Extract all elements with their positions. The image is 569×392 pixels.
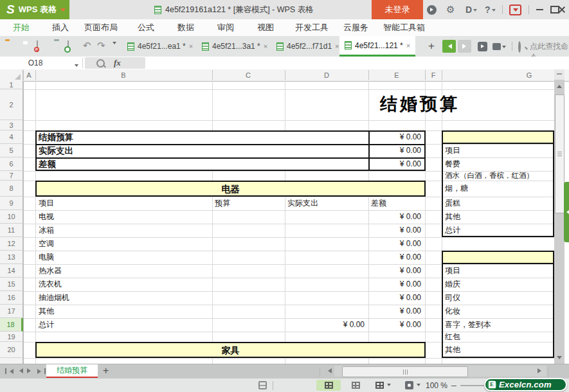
row-header-6[interactable]: 6 [0, 157, 23, 171]
cell-b17[interactable]: 其他 [39, 305, 54, 318]
first-sheet-button[interactable] [5, 368, 14, 374]
next-sheet-button[interactable] [27, 368, 33, 373]
workspace-icon[interactable] [492, 40, 506, 53]
cell-b13[interactable]: 电脑 [39, 251, 54, 264]
doc-tab-4-active[interactable]: 4e5f21...121 *× [339, 36, 415, 57]
row-header-19[interactable]: 19 [0, 332, 23, 342]
cell-b16[interactable]: 抽油烟机 [39, 291, 69, 305]
row-header-7[interactable]: 7 [0, 171, 23, 181]
reading-mode-button[interactable] [400, 380, 426, 391]
cell-g16[interactable]: 司仪 [445, 291, 460, 305]
next-tab-button[interactable] [458, 40, 471, 53]
toolbar-dropdown-icon[interactable] [111, 44, 116, 53]
undo-icon[interactable]: ↶ [83, 40, 91, 51]
cell-g7[interactable]: 酒水（白酒，香槟，红酒） [445, 171, 534, 181]
cell-c9[interactable]: 预算 [215, 197, 230, 210]
cell-b9[interactable]: 项目 [39, 197, 54, 210]
column-header-B[interactable]: B [114, 69, 133, 81]
cell-d9[interactable]: 实际支出 [287, 197, 318, 210]
cell-e17[interactable]: ¥ 0.00 [371, 305, 421, 318]
split-handle[interactable] [557, 73, 562, 75]
cell-e14[interactable]: ¥ 0.00 [371, 264, 421, 278]
cell-g11[interactable]: 总计 [445, 224, 460, 237]
row-header-3[interactable]: 3 [0, 120, 23, 130]
sheet-tab-active[interactable]: 结婚预算 [46, 364, 98, 377]
cell-g6[interactable]: 餐费 [445, 157, 460, 171]
row-header-12[interactable]: 12 [0, 237, 23, 251]
skin-icon[interactable]: D [465, 0, 477, 19]
side-panel-handle[interactable] [564, 182, 569, 242]
new-tab-button[interactable]: + [428, 40, 435, 53]
download-update-icon[interactable] [509, 0, 521, 19]
column-header-E[interactable]: E [387, 69, 406, 81]
banner-appliances[interactable]: 电器 [35, 181, 426, 197]
minimize-button[interactable] [536, 0, 543, 19]
row-header-1[interactable]: 1 [0, 81, 23, 89]
banner-furniture[interactable]: 家具 [35, 342, 426, 358]
row-header-16[interactable]: 16 [0, 291, 23, 305]
close-icon[interactable]: × [335, 42, 339, 50]
page-break-view-button[interactable] [345, 380, 366, 391]
help-icon[interactable]: ? [485, 0, 496, 19]
cell-g5[interactable]: 项目 [445, 144, 460, 157]
name-box[interactable]: O18 [0, 57, 71, 69]
close-icon[interactable]: × [406, 42, 410, 49]
cell-b11[interactable]: 冰箱 [39, 224, 54, 237]
close-icon[interactable]: × [189, 42, 193, 50]
cell-g14[interactable]: 项目 [445, 264, 460, 278]
row-header-10[interactable]: 10 [0, 210, 23, 224]
row-header-18[interactable]: 18 [0, 318, 23, 332]
cell-g18[interactable]: 喜字，签到本 [445, 318, 491, 332]
wps-app-menu[interactable]: S WPS 表格 [0, 0, 69, 19]
vertical-scrollbar[interactable] [554, 69, 564, 364]
cell-e12[interactable]: ¥ 0.00 [371, 237, 421, 251]
redo-icon[interactable]: ↷ [97, 40, 105, 51]
horizontal-scroll-thumb[interactable] [342, 366, 468, 377]
doc-tab-3[interactable]: 4e5f2...f71d1× [271, 36, 345, 57]
menu-home[interactable]: 开始 [13, 19, 30, 36]
cell-e11[interactable]: ¥ 0.00 [371, 224, 421, 237]
row-header-13[interactable]: 13 [0, 251, 23, 264]
cell-e10[interactable]: ¥ 0.00 [371, 210, 421, 224]
row-header-20[interactable]: 20 [0, 342, 23, 358]
cell-g4-banner[interactable] [442, 130, 554, 144]
menu-view[interactable]: 视图 [257, 19, 274, 36]
cell-g10[interactable]: 其他 [445, 210, 460, 224]
insert-function-icon[interactable]: fx [114, 58, 121, 68]
cell-g15[interactable]: 婚庆 [445, 278, 460, 291]
row-header-11[interactable]: 11 [0, 224, 23, 237]
menu-cloud[interactable]: 云服务 [343, 19, 368, 36]
vertical-scroll-thumb[interactable] [555, 94, 564, 213]
cell-g19[interactable]: 红包 [445, 332, 460, 342]
column-header-D[interactable]: D [317, 69, 336, 81]
cell-e16[interactable]: ¥ 0.00 [371, 291, 421, 305]
scroll-up-button[interactable] [554, 80, 564, 90]
cell-b18[interactable]: 总计 [39, 318, 54, 332]
row-header-4[interactable]: 4 [0, 130, 23, 144]
hscroll-left-button[interactable] [325, 368, 332, 373]
row-header-15[interactable]: 15 [0, 278, 23, 291]
hscroll-right-button[interactable] [537, 368, 544, 373]
zoom-out-button[interactable]: – [451, 380, 456, 390]
cell-b6[interactable]: 差额 [39, 157, 56, 171]
row-header-8[interactable]: 8 [0, 181, 23, 197]
cell-g8[interactable]: 烟，糖 [445, 181, 468, 197]
sheet-title-cell[interactable]: 结婚预算 [339, 93, 500, 116]
cell-b14[interactable]: 热水器 [39, 264, 62, 278]
cell-g9[interactable]: 蛋糕 [445, 197, 460, 210]
close-button[interactable] [558, 0, 566, 19]
column-header-G[interactable]: G [519, 69, 539, 81]
menu-page-layout[interactable]: 页面布局 [84, 19, 118, 36]
scroll-down-button[interactable] [554, 353, 564, 364]
zoom-search-icon[interactable] [96, 59, 105, 67]
last-sheet-button[interactable] [37, 368, 46, 374]
row-header-2[interactable]: 2 [0, 89, 23, 120]
gear-icon[interactable]: ⚙ [446, 0, 455, 19]
cell-b12[interactable]: 空调 [39, 237, 54, 251]
chevron-down-icon[interactable] [75, 64, 78, 69]
cell-b15[interactable]: 洗衣机 [39, 278, 62, 291]
menu-insert[interactable]: 插入 [52, 19, 69, 36]
cell-e9[interactable]: 差额 [371, 197, 386, 210]
cell-e15[interactable]: ¥ 0.00 [371, 278, 421, 291]
prev-tab-button[interactable] [442, 40, 456, 53]
